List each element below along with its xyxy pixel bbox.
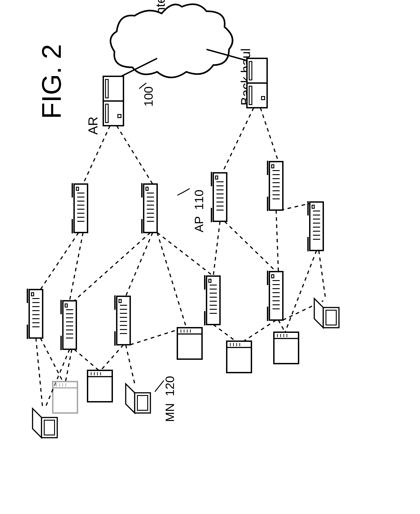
svg-line-46 xyxy=(130,328,184,345)
laptop-icon xyxy=(126,384,150,413)
ap-icon xyxy=(268,271,283,321)
leader-120-line xyxy=(155,380,164,392)
ar-label: AR xyxy=(85,117,100,135)
ap-icon xyxy=(211,172,227,222)
leader-110-line xyxy=(177,188,190,195)
svg-line-28 xyxy=(222,108,254,173)
ap-leader-number: 110 xyxy=(192,190,206,210)
mn-leader-text: MN xyxy=(163,403,177,422)
svg-line-32 xyxy=(74,232,150,301)
svg-line-34 xyxy=(157,232,213,276)
svg-line-51 xyxy=(283,301,323,320)
links-tier2-mn xyxy=(36,232,325,409)
figure-title: FIG. 2 xyxy=(36,44,67,119)
ap-icon xyxy=(142,183,157,233)
links-tier0-tier1 xyxy=(83,108,278,184)
svg-line-37 xyxy=(276,210,278,272)
ar-leader-number: 100 xyxy=(142,86,155,107)
pc-icon xyxy=(88,370,112,402)
svg-line-53 xyxy=(285,251,316,332)
svg-line-33 xyxy=(126,232,153,296)
backhaul-label: Back haul xyxy=(238,48,253,105)
svg-line-27 xyxy=(117,126,153,184)
pc-icon xyxy=(177,328,202,359)
svg-line-48 xyxy=(213,325,236,341)
svg-line-50 xyxy=(278,320,285,332)
pc-icon-faint xyxy=(53,382,77,413)
svg-line-42 xyxy=(65,349,72,384)
diagram-canvas: FIG. 2 Internet AR 100 Back haul 110 AP … xyxy=(0,0,420,514)
links-tier1-tier2 xyxy=(40,202,316,301)
ap-leader-text: AP xyxy=(192,216,206,232)
svg-line-30 xyxy=(40,232,79,290)
svg-line-36 xyxy=(225,221,276,272)
ap-icon xyxy=(205,275,220,326)
ap-icon xyxy=(72,183,88,233)
svg-line-29 xyxy=(260,108,278,162)
svg-line-44 xyxy=(99,345,123,372)
svg-line-38 xyxy=(281,202,316,210)
svg-line-40 xyxy=(40,338,63,382)
svg-line-52 xyxy=(319,251,325,298)
link-cloud-arleft xyxy=(121,58,157,76)
ap-icon xyxy=(27,289,43,339)
svg-line-43 xyxy=(74,349,99,370)
pc-icon xyxy=(227,341,251,372)
svg-line-31 xyxy=(70,232,83,301)
pc-icon xyxy=(274,332,299,364)
ap-icon xyxy=(61,300,76,350)
ap-icon xyxy=(115,295,130,346)
ap-icon xyxy=(308,201,323,251)
svg-line-49 xyxy=(240,320,276,343)
svg-line-35 xyxy=(213,221,220,276)
svg-line-39 xyxy=(36,338,43,409)
internet-cloud-icon xyxy=(111,4,232,77)
laptop-icon xyxy=(33,409,57,438)
svg-line-45 xyxy=(126,345,135,384)
svg-line-41 xyxy=(45,349,70,409)
mn-leader-number: 120 xyxy=(163,376,177,396)
router-ar-icon xyxy=(103,76,123,126)
laptop-icon xyxy=(314,298,339,328)
svg-line-47 xyxy=(157,232,186,328)
internet-label: Internet xyxy=(153,0,168,18)
ap-icon xyxy=(268,161,283,211)
